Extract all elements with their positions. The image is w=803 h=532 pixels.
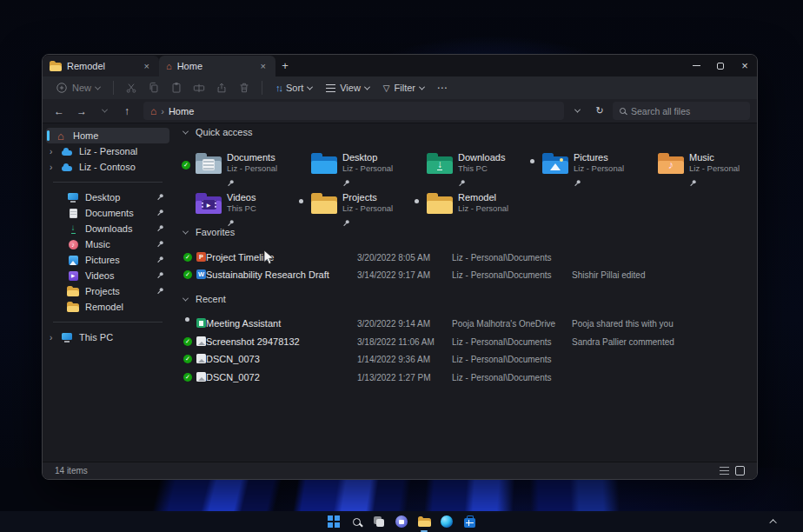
- more-options-button[interactable]: ⋯: [432, 79, 453, 96]
- chevron-down-icon: [364, 83, 370, 90]
- recent-locations-button[interactable]: [95, 103, 114, 120]
- sort-button[interactable]: ↑↓ Sort: [269, 80, 318, 96]
- filter-button[interactable]: ▽ Filter: [377, 80, 430, 96]
- file-row-project-timeline[interactable]: ✓ P Project Timeline 3/20/2022 8:05 AM L…: [173, 249, 757, 266]
- breadcrumb-chevron-icon: ›: [161, 106, 164, 116]
- copy-button[interactable]: [143, 79, 164, 96]
- sidebar-item-videos[interactable]: ▶ Videos: [46, 268, 169, 283]
- sidebar-item-liz-contoso[interactable]: › Liz - Contoso: [46, 159, 169, 175]
- more-icon: ⋯: [437, 82, 448, 94]
- section-header-quick-access[interactable]: Quick access: [183, 127, 252, 137]
- tile-remodel[interactable]: Remodel Liz - Personal: [427, 191, 538, 229]
- chat-icon: [395, 515, 408, 528]
- pin-icon: [156, 239, 164, 249]
- sidebar-item-this-pc[interactable]: › This PC: [46, 329, 169, 345]
- new-tab-button[interactable]: +: [275, 55, 295, 76]
- sidebar-item-desktop[interactable]: Desktop: [46, 190, 169, 205]
- search-input[interactable]: [631, 106, 743, 116]
- paste-button[interactable]: [166, 79, 187, 96]
- sidebar-item-pictures[interactable]: Pictures: [46, 252, 169, 268]
- system-tray: [772, 511, 777, 532]
- chevron-down-icon: [419, 83, 425, 90]
- share-button[interactable]: [211, 79, 232, 96]
- store-button[interactable]: [462, 515, 476, 529]
- breadcrumb-segment[interactable]: Home: [169, 106, 194, 116]
- show-hidden-icons-button[interactable]: [769, 519, 776, 526]
- expand-chevron-icon[interactable]: ›: [50, 333, 58, 342]
- section-header-favorites[interactable]: Favorites: [183, 227, 235, 237]
- delete-button[interactable]: [234, 79, 255, 96]
- edge-button[interactable]: [440, 515, 454, 529]
- tile-documents[interactable]: ✓ Documents Liz - Personal: [196, 151, 307, 190]
- taskbar: [0, 511, 803, 532]
- breadcrumb[interactable]: ⌂ › Home: [143, 102, 564, 120]
- rename-button[interactable]: [189, 79, 209, 96]
- section-header-recent[interactable]: Recent: [183, 294, 226, 304]
- cut-button[interactable]: [121, 79, 142, 96]
- file-row-sustainability-research-draft[interactable]: ✓ W Sustainability Research Draft 3/14/2…: [173, 266, 757, 283]
- task-view-button[interactable]: [372, 515, 386, 529]
- start-button[interactable]: [327, 515, 341, 529]
- back-button[interactable]: ←: [50, 103, 69, 120]
- folder-icon: [50, 61, 62, 71]
- close-tab-icon[interactable]: ×: [258, 61, 269, 72]
- tile-downloads[interactable]: ↓ Downloads This PC: [427, 151, 538, 190]
- file-row-meeting-assistant[interactable]: Meeting Assistant 3/20/2022 9:14 AM Pooj…: [173, 315, 757, 332]
- sidebar-item-downloads[interactable]: ↓ Downloads: [46, 221, 169, 236]
- trash-icon: [238, 82, 250, 94]
- chat-button[interactable]: [395, 515, 408, 529]
- image-file-icon: [196, 336, 206, 346]
- tab-remodel[interactable]: Remodel ×: [43, 56, 159, 76]
- window-controls: ×: [684, 55, 757, 76]
- tile-music[interactable]: ♪ Music Liz - Personal: [658, 151, 758, 190]
- file-explorer-button[interactable]: [417, 515, 431, 529]
- expand-chevron-icon[interactable]: ›: [50, 147, 58, 156]
- chevron-down-icon: [182, 295, 189, 301]
- sidebar-item-projects[interactable]: Projects: [46, 283, 169, 299]
- close-window-button[interactable]: ×: [733, 56, 757, 76]
- address-bar: ← → ↑ ⌂ › Home ↻: [43, 99, 757, 123]
- address-dropdown-button[interactable]: [567, 103, 587, 120]
- onedrive-cloud-icon: [61, 146, 73, 157]
- tile-projects[interactable]: Projects Liz - Personal: [311, 191, 422, 229]
- tile-videos[interactable]: ▶ Videos This PC: [196, 191, 307, 229]
- tile-pictures[interactable]: Pictures Liz - Personal: [542, 151, 654, 190]
- sidebar-item-home[interactable]: ⌂ Home: [46, 128, 169, 143]
- tab-home[interactable]: ⌂ Home ×: [159, 56, 275, 76]
- details-view-button[interactable]: [720, 467, 729, 476]
- sidebar-item-documents[interactable]: Documents: [46, 205, 169, 221]
- pin-icon: [342, 215, 350, 230]
- pin-icon: [156, 223, 164, 234]
- chevron-down-icon: [307, 83, 313, 90]
- close-tab-icon[interactable]: ×: [142, 61, 152, 72]
- window-body: ⌂ Home › Liz - Personal › Liz - Contoso …: [43, 124, 757, 462]
- file-row-dscn-0073[interactable]: ✓ DSCN_0073 1/14/2022 9:36 AM Liz - Pers…: [173, 350, 757, 368]
- rename-icon: [193, 82, 205, 94]
- pin-icon: [689, 175, 697, 190]
- large-icons-view-button[interactable]: [735, 466, 745, 475]
- forward-button[interactable]: →: [72, 103, 91, 120]
- tile-desktop[interactable]: Desktop Liz - Personal: [311, 151, 422, 190]
- up-button[interactable]: ↑: [117, 103, 136, 120]
- file-row-screenshot[interactable]: ✓ Screenshot 29478132 3/18/2022 11:06 AM…: [173, 333, 757, 350]
- mouse-cursor: [263, 249, 275, 265]
- divider: [53, 182, 163, 183]
- refresh-button[interactable]: ↻: [590, 103, 609, 120]
- pin-icon: [227, 175, 235, 190]
- sidebar-item-liz-personal[interactable]: › Liz - Personal: [46, 143, 169, 159]
- synced-icon: ✓: [183, 355, 192, 363]
- minimize-button[interactable]: [684, 56, 708, 76]
- maximize-button[interactable]: [708, 56, 733, 76]
- downloads-folder-icon: ↓: [427, 153, 453, 174]
- sidebar-item-remodel[interactable]: Remodel: [46, 299, 169, 315]
- new-button[interactable]: New: [50, 79, 106, 96]
- expand-chevron-icon[interactable]: ›: [50, 163, 58, 172]
- view-button[interactable]: View: [320, 80, 375, 96]
- command-bar: New ↑↓ Sort View: [43, 76, 757, 99]
- this-pc-icon: [61, 332, 73, 343]
- home-icon: ⌂: [150, 105, 156, 117]
- taskbar-search-button[interactable]: [349, 515, 363, 529]
- file-row-dscn-0072[interactable]: ✓ DSCN_0072 1/13/2022 1:27 PM Liz - Pers…: [173, 369, 757, 386]
- sidebar-item-music[interactable]: ♪ Music: [46, 236, 169, 252]
- copy-icon: [148, 82, 160, 94]
